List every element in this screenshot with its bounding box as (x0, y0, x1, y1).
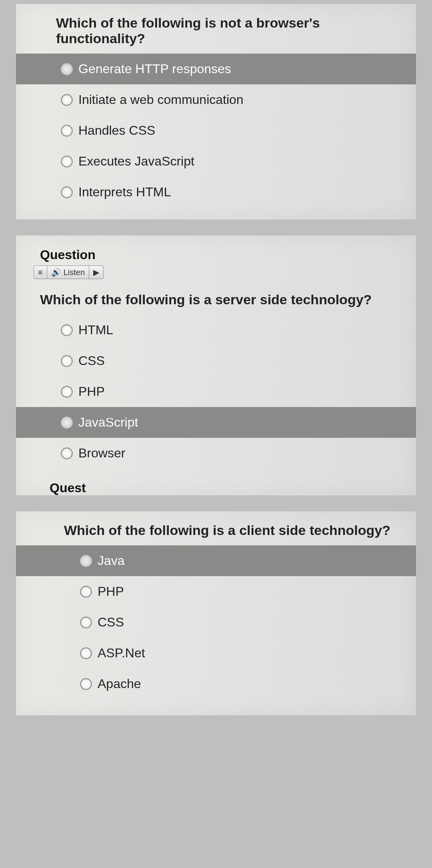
option-handles-css[interactable]: Handles CSS (16, 115, 416, 146)
listen-label: Listen (64, 268, 85, 277)
question-title: Question (16, 235, 416, 262)
option-label: CSS (78, 353, 105, 368)
option-label: Apache (98, 676, 141, 691)
option-interprets-html[interactable]: Interprets HTML (16, 177, 416, 208)
radio-icon (61, 125, 73, 137)
option-label: CSS (98, 615, 124, 630)
option-browser[interactable]: Browser (16, 438, 416, 469)
radio-icon (61, 63, 73, 75)
option-label: Initiate a web communication (78, 92, 244, 107)
option-label: Browser (78, 446, 125, 461)
option-css[interactable]: CSS (16, 607, 416, 638)
option-javascript[interactable]: JavaScript ☟ (16, 407, 416, 438)
option-label: Java (98, 553, 125, 568)
option-label: ASP.Net (98, 646, 145, 660)
radio-icon (61, 355, 73, 367)
question-card-3: Which of the following is a client side … (16, 511, 416, 715)
option-php[interactable]: PHP (16, 376, 416, 407)
menu-icon[interactable]: ≡ (34, 265, 47, 279)
hand-cursor-icon: ☟ (106, 411, 112, 423)
option-css[interactable]: CSS (16, 345, 416, 376)
option-label: Handles CSS (78, 123, 155, 138)
radio-icon (80, 555, 92, 567)
question-prompt: Which of the following is a server side … (16, 285, 416, 315)
speaker-icon: 🔊 (51, 267, 61, 277)
question-card-1: Which of the following is not a browser'… (16, 4, 416, 219)
question-prompt: Which of the following is a client side … (16, 511, 416, 545)
radio-icon (61, 94, 73, 106)
option-executes-js[interactable]: Executes JavaScript (16, 146, 416, 177)
radio-icon (61, 186, 73, 198)
radio-icon (61, 417, 73, 429)
listen-button[interactable]: 🔊 Listen (47, 265, 89, 279)
option-label: PHP (98, 584, 124, 599)
radio-icon (80, 617, 92, 629)
play-button[interactable]: ▶ (89, 265, 104, 279)
option-initiate-web[interactable]: Initiate a web communication (16, 84, 416, 115)
question-prompt: Which of the following is not a browser'… (16, 4, 416, 54)
question-card-2: Question ≡ 🔊 Listen ▶ Which of the follo… (16, 235, 416, 495)
option-aspnet[interactable]: ASP.Net (16, 638, 416, 668)
next-question-label: Quest (16, 469, 416, 495)
option-label: Executes JavaScript (78, 154, 194, 169)
radio-icon (80, 647, 92, 659)
option-label: HTML (78, 323, 113, 337)
listen-toolbar: ≡ 🔊 Listen ▶ (34, 265, 416, 279)
radio-icon (80, 586, 92, 598)
options-list: Java ☟ PHP CSS ASP.Net Apache (16, 545, 416, 699)
options-list: HTML CSS PHP JavaScript ☟ Browser (16, 315, 416, 469)
radio-icon (61, 324, 73, 336)
option-apache[interactable]: Apache (16, 668, 416, 699)
option-html[interactable]: HTML (16, 315, 416, 345)
radio-icon (61, 386, 73, 398)
option-label: Generate HTTP responses (78, 62, 231, 76)
option-label: Interprets HTML (78, 185, 171, 200)
hand-cursor-icon: ☟ (128, 547, 134, 559)
radio-icon (61, 447, 73, 459)
option-label: PHP (78, 384, 105, 399)
option-generate-http[interactable]: Generate HTTP responses ☟ (16, 54, 416, 84)
options-list: Generate HTTP responses ☟ Initiate a web… (16, 54, 416, 208)
radio-icon (80, 678, 92, 690)
option-java[interactable]: Java ☟ (16, 545, 416, 576)
radio-icon (61, 156, 73, 168)
hand-cursor-icon: ☟ (176, 68, 182, 80)
option-php[interactable]: PHP (16, 576, 416, 607)
